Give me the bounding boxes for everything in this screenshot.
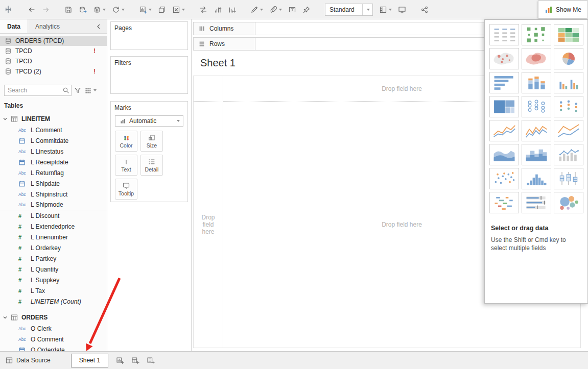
database-icon bbox=[4, 67, 12, 76]
sort-ascending-button[interactable] bbox=[211, 3, 224, 16]
datasource-item[interactable]: TPCD! bbox=[0, 46, 107, 56]
mark-button-detail[interactable]: Detail bbox=[140, 155, 163, 176]
datasource-item[interactable]: ORDERS (TPCD) bbox=[0, 36, 107, 46]
pause-auto-updates-button[interactable] bbox=[90, 3, 108, 16]
chart-type-highlight-table[interactable] bbox=[554, 24, 583, 45]
redo-button[interactable] bbox=[39, 3, 53, 16]
chart-type-side-by-side-bars[interactable] bbox=[554, 72, 583, 93]
redo-icon bbox=[42, 6, 50, 14]
swap-rows-columns-button[interactable] bbox=[197, 3, 210, 16]
data-source-icon bbox=[5, 356, 13, 364]
fit-label: Standard bbox=[330, 6, 358, 13]
chart-type-scatter-plot[interactable] bbox=[489, 168, 519, 189]
new-worksheet-button[interactable] bbox=[136, 3, 154, 16]
new-data-source-button[interactable] bbox=[76, 3, 89, 16]
chart-type-packed-bubbles[interactable] bbox=[554, 192, 583, 213]
filters-shelf[interactable]: Filters bbox=[110, 56, 188, 94]
presentation-mode-button[interactable] bbox=[395, 3, 409, 16]
datasource-item[interactable]: TPCD (2)! bbox=[0, 66, 107, 77]
field-name: LINEITEM (Count) bbox=[31, 298, 81, 305]
chart-type-bullet-graph[interactable] bbox=[522, 192, 551, 213]
tab-data[interactable]: Data bbox=[0, 19, 28, 33]
collapse-pane-button[interactable] bbox=[90, 19, 107, 33]
chart-type-symbol-map[interactable] bbox=[489, 48, 519, 69]
chart-type-filled-map[interactable] bbox=[522, 48, 551, 69]
field-item[interactable]: AbcL Comment bbox=[0, 125, 107, 135]
field-item[interactable]: AbcO Comment bbox=[0, 334, 107, 345]
chart-type-heat-map[interactable] bbox=[522, 24, 551, 45]
field-item[interactable]: #L Discount bbox=[0, 210, 107, 221]
mark-button-text[interactable]: Text bbox=[115, 155, 137, 176]
chart-type-stacked-bars[interactable] bbox=[522, 72, 551, 93]
chart-type-circle-views[interactable] bbox=[522, 96, 551, 117]
new-dashboard-tab-button[interactable] bbox=[129, 354, 142, 367]
new-story-tab-button[interactable] bbox=[144, 354, 157, 367]
chart-type-area-chart-continuous[interactable] bbox=[489, 144, 519, 165]
highlight-button[interactable] bbox=[248, 3, 266, 16]
chart-type-treemap[interactable] bbox=[489, 96, 519, 117]
chart-type-gantt-chart[interactable] bbox=[489, 192, 519, 213]
field-item[interactable]: O Orderdate bbox=[0, 345, 107, 351]
new-worksheet-tab-button[interactable] bbox=[113, 354, 127, 367]
chart-type-dual-combination[interactable] bbox=[554, 144, 583, 165]
field-item[interactable]: #L Extendedprice bbox=[0, 221, 107, 232]
filter-fields-icon[interactable] bbox=[74, 86, 82, 94]
field-item[interactable]: L Receiptdate bbox=[0, 157, 107, 167]
run-auto-updates-button[interactable] bbox=[109, 3, 127, 16]
chart-type-side-by-side-circles[interactable] bbox=[554, 96, 583, 117]
clear-sheet-button[interactable] bbox=[170, 3, 187, 16]
field-item[interactable]: AbcL Shipinstruct bbox=[0, 189, 107, 200]
mark-button-size[interactable]: Size bbox=[140, 131, 163, 152]
field-item[interactable]: #L Tax bbox=[0, 285, 107, 296]
sheet-tab-sheet1[interactable]: Sheet 1 bbox=[71, 354, 108, 367]
field-item[interactable]: AbcL Shipmode bbox=[0, 200, 107, 210]
sort-descending-button[interactable] bbox=[225, 3, 239, 16]
field-item[interactable]: #LINEITEM (Count) bbox=[0, 296, 107, 307]
chart-type-discrete-lines[interactable] bbox=[522, 120, 551, 141]
chart-type-histogram[interactable] bbox=[522, 168, 551, 189]
chart-type-continuous-lines[interactable] bbox=[489, 120, 519, 141]
field-item[interactable]: #L Linenumber bbox=[0, 232, 107, 242]
chart-type-box-and-whisker[interactable] bbox=[554, 168, 583, 189]
field-item[interactable]: #L Partkey bbox=[0, 253, 107, 264]
chart-type-pie-chart[interactable] bbox=[554, 48, 583, 69]
field-item[interactable]: #L Suppkey bbox=[0, 275, 107, 285]
show-hide-cards-button[interactable] bbox=[377, 3, 394, 16]
field-item[interactable]: AbcL Linestatus bbox=[0, 146, 107, 157]
field-item[interactable]: #L Orderkey bbox=[0, 242, 107, 253]
drop-zone-left[interactable]: Drop field here bbox=[194, 102, 223, 348]
save-button[interactable] bbox=[62, 3, 75, 16]
field-name: L Shipmode bbox=[31, 201, 63, 208]
field-item[interactable]: L Commitdate bbox=[0, 135, 107, 146]
chart-type-area-chart-discrete[interactable] bbox=[522, 144, 551, 165]
show-me-button[interactable]: Show Me bbox=[538, 1, 588, 18]
duplicate-sheet-button[interactable] bbox=[155, 3, 169, 16]
field-item[interactable]: #L Quantity bbox=[0, 264, 107, 275]
pages-shelf[interactable]: Pages bbox=[110, 21, 188, 50]
show-mark-labels-button[interactable] bbox=[286, 3, 299, 16]
data-source-tab[interactable]: Data Source bbox=[0, 352, 56, 369]
field-item[interactable]: AbcL Returnflag bbox=[0, 167, 107, 178]
mark-button-color[interactable]: Color bbox=[115, 131, 137, 152]
view-options-button[interactable] bbox=[84, 86, 97, 94]
group-members-button[interactable] bbox=[267, 3, 285, 16]
field-item[interactable]: AbcO Clerk bbox=[0, 323, 107, 334]
clear-sheet-icon bbox=[172, 6, 180, 14]
fit-selector[interactable]: Standard bbox=[325, 4, 373, 16]
field-item[interactable]: L Shipdate bbox=[0, 178, 107, 189]
tab-analytics[interactable]: Analytics bbox=[28, 19, 67, 33]
mark-type-dropdown[interactable]: Automatic bbox=[115, 115, 183, 127]
highlight-icon bbox=[250, 6, 258, 14]
share-workbook-button[interactable] bbox=[418, 3, 431, 16]
datasource-item[interactable]: TPCD bbox=[0, 56, 107, 66]
chart-type-horizontal-bars[interactable] bbox=[489, 72, 519, 93]
fix-axes-button[interactable] bbox=[300, 3, 313, 16]
table-group-orders[interactable]: ORDERS bbox=[0, 312, 107, 323]
undo-button[interactable] bbox=[25, 3, 38, 16]
database-icon bbox=[4, 37, 12, 45]
chart-type-text-table[interactable] bbox=[489, 24, 519, 45]
table-group-lineitem[interactable]: LINEITEM bbox=[0, 113, 107, 125]
mark-button-tooltip[interactable]: Tooltip bbox=[115, 179, 137, 200]
chart-type-dual-lines[interactable] bbox=[554, 120, 583, 141]
columns-shelf-label: Columns bbox=[193, 22, 255, 35]
